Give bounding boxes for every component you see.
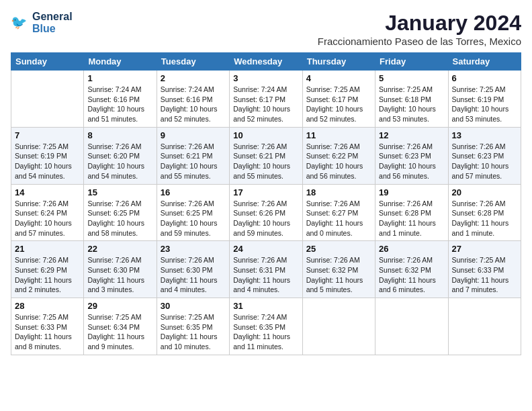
day-info: Sunrise: 7:25 AM Sunset: 6:17 PM Dayligh… [306, 85, 371, 124]
logo-icon: 🐦 [11, 13, 30, 32]
weekday-header-sunday: Sunday [11, 53, 84, 71]
day-info: Sunrise: 7:26 AM Sunset: 6:28 PM Dayligh… [452, 199, 517, 238]
day-number: 15 [87, 187, 152, 197]
calendar-cell: 10Sunrise: 7:26 AM Sunset: 6:21 PM Dayli… [230, 127, 302, 184]
weekday-header-tuesday: Tuesday [157, 53, 229, 71]
calendar-cell: 8Sunrise: 7:26 AM Sunset: 6:20 PM Daylig… [84, 127, 157, 184]
calendar-cell: 17Sunrise: 7:26 AM Sunset: 6:26 PM Dayli… [230, 184, 302, 241]
calendar-cell: 25Sunrise: 7:26 AM Sunset: 6:32 PM Dayli… [302, 241, 375, 298]
day-info: Sunrise: 7:25 AM Sunset: 6:34 PM Dayligh… [87, 312, 152, 352]
calendar-cell: 22Sunrise: 7:26 AM Sunset: 6:30 PM Dayli… [84, 241, 157, 298]
calendar-week-row: 28Sunrise: 7:25 AM Sunset: 6:33 PM Dayli… [11, 298, 521, 355]
weekday-header-thursday: Thursday [302, 53, 375, 71]
weekday-header-monday: Monday [84, 53, 157, 71]
day-number: 19 [379, 187, 444, 197]
calendar-cell: 5Sunrise: 7:25 AM Sunset: 6:18 PM Daylig… [375, 71, 448, 128]
day-number: 20 [452, 187, 517, 197]
day-number: 26 [379, 244, 444, 254]
day-info: Sunrise: 7:26 AM Sunset: 6:23 PM Dayligh… [379, 142, 444, 181]
calendar-cell: 28Sunrise: 7:25 AM Sunset: 6:33 PM Dayli… [11, 298, 84, 355]
day-info: Sunrise: 7:26 AM Sunset: 6:23 PM Dayligh… [452, 142, 517, 181]
weekday-header-friday: Friday [375, 53, 448, 71]
day-number: 18 [306, 187, 371, 197]
day-info: Sunrise: 7:24 AM Sunset: 6:16 PM Dayligh… [87, 85, 152, 124]
day-number: 12 [379, 130, 444, 140]
day-info: Sunrise: 7:25 AM Sunset: 6:19 PM Dayligh… [452, 85, 517, 124]
calendar-cell [11, 71, 84, 128]
day-info: Sunrise: 7:26 AM Sunset: 6:30 PM Dayligh… [161, 255, 226, 295]
day-number: 23 [161, 244, 226, 254]
day-number: 10 [233, 130, 298, 140]
calendar-cell: 30Sunrise: 7:25 AM Sunset: 6:35 PM Dayli… [157, 298, 229, 355]
calendar-cell: 26Sunrise: 7:26 AM Sunset: 6:32 PM Dayli… [375, 241, 448, 298]
day-number: 24 [233, 244, 298, 254]
day-number: 3 [233, 73, 298, 83]
day-info: Sunrise: 7:25 AM Sunset: 6:33 PM Dayligh… [452, 255, 517, 295]
day-number: 8 [87, 130, 152, 140]
day-info: Sunrise: 7:26 AM Sunset: 6:32 PM Dayligh… [379, 255, 444, 295]
day-number: 9 [161, 130, 226, 140]
calendar-table: SundayMondayTuesdayWednesdayThursdayFrid… [11, 52, 521, 355]
calendar-cell: 21Sunrise: 7:26 AM Sunset: 6:29 PM Dayli… [11, 241, 84, 298]
calendar-cell: 4Sunrise: 7:25 AM Sunset: 6:17 PM Daylig… [302, 71, 375, 128]
calendar-cell: 18Sunrise: 7:26 AM Sunset: 6:27 PM Dayli… [302, 184, 375, 241]
day-number: 6 [452, 73, 517, 83]
day-info: Sunrise: 7:26 AM Sunset: 6:22 PM Dayligh… [306, 142, 371, 181]
day-number: 17 [233, 187, 298, 197]
day-number: 28 [15, 301, 80, 311]
calendar-cell [448, 298, 521, 355]
day-info: Sunrise: 7:26 AM Sunset: 6:25 PM Dayligh… [87, 199, 152, 238]
page-header: 🐦 General Blue January 2024 Fraccionamie… [11, 11, 521, 47]
location-subtitle: Fraccionamiento Paseo de las Torres, Mex… [318, 36, 521, 47]
day-number: 1 [87, 73, 152, 83]
day-number: 13 [452, 130, 517, 140]
calendar-cell: 3Sunrise: 7:24 AM Sunset: 6:17 PM Daylig… [230, 71, 302, 128]
calendar-cell: 24Sunrise: 7:26 AM Sunset: 6:31 PM Dayli… [230, 241, 302, 298]
svg-text:🐦: 🐦 [11, 13, 28, 30]
logo-text: General Blue [32, 11, 73, 34]
logo: 🐦 General Blue [11, 11, 73, 34]
day-info: Sunrise: 7:26 AM Sunset: 6:27 PM Dayligh… [306, 199, 371, 238]
day-info: Sunrise: 7:25 AM Sunset: 6:19 PM Dayligh… [15, 142, 80, 181]
day-number: 5 [379, 73, 444, 83]
title-area: January 2024 Fraccionamiento Paseo de la… [318, 11, 521, 47]
calendar-cell: 11Sunrise: 7:26 AM Sunset: 6:22 PM Dayli… [302, 127, 375, 184]
day-number: 11 [306, 130, 371, 140]
calendar-cell: 15Sunrise: 7:26 AM Sunset: 6:25 PM Dayli… [84, 184, 157, 241]
day-number: 4 [306, 73, 371, 83]
calendar-cell [302, 298, 375, 355]
calendar-week-row: 21Sunrise: 7:26 AM Sunset: 6:29 PM Dayli… [11, 241, 521, 298]
calendar-cell: 13Sunrise: 7:26 AM Sunset: 6:23 PM Dayli… [448, 127, 521, 184]
day-info: Sunrise: 7:26 AM Sunset: 6:29 PM Dayligh… [15, 255, 80, 295]
day-number: 25 [306, 244, 371, 254]
calendar-cell: 7Sunrise: 7:25 AM Sunset: 6:19 PM Daylig… [11, 127, 84, 184]
calendar-cell: 1Sunrise: 7:24 AM Sunset: 6:16 PM Daylig… [84, 71, 157, 128]
day-info: Sunrise: 7:26 AM Sunset: 6:21 PM Dayligh… [161, 142, 226, 181]
day-info: Sunrise: 7:26 AM Sunset: 6:20 PM Dayligh… [87, 142, 152, 181]
weekday-header-row: SundayMondayTuesdayWednesdayThursdayFrid… [11, 53, 521, 71]
day-info: Sunrise: 7:26 AM Sunset: 6:30 PM Dayligh… [87, 255, 152, 295]
calendar-week-row: 7Sunrise: 7:25 AM Sunset: 6:19 PM Daylig… [11, 127, 521, 184]
day-number: 31 [233, 301, 298, 311]
calendar-cell: 9Sunrise: 7:26 AM Sunset: 6:21 PM Daylig… [157, 127, 229, 184]
calendar-cell: 31Sunrise: 7:24 AM Sunset: 6:35 PM Dayli… [230, 298, 302, 355]
weekday-header-wednesday: Wednesday [230, 53, 302, 71]
calendar-cell: 16Sunrise: 7:26 AM Sunset: 6:25 PM Dayli… [157, 184, 229, 241]
calendar-cell: 12Sunrise: 7:26 AM Sunset: 6:23 PM Dayli… [375, 127, 448, 184]
day-info: Sunrise: 7:25 AM Sunset: 6:35 PM Dayligh… [161, 312, 226, 352]
calendar-cell: 2Sunrise: 7:24 AM Sunset: 6:16 PM Daylig… [157, 71, 229, 128]
day-info: Sunrise: 7:26 AM Sunset: 6:32 PM Dayligh… [306, 255, 371, 295]
day-number: 16 [161, 187, 226, 197]
day-info: Sunrise: 7:25 AM Sunset: 6:18 PM Dayligh… [379, 85, 444, 124]
calendar-week-row: 1Sunrise: 7:24 AM Sunset: 6:16 PM Daylig… [11, 71, 521, 128]
day-info: Sunrise: 7:24 AM Sunset: 6:35 PM Dayligh… [233, 312, 298, 352]
day-info: Sunrise: 7:26 AM Sunset: 6:21 PM Dayligh… [233, 142, 298, 181]
weekday-header-saturday: Saturday [448, 53, 521, 71]
day-info: Sunrise: 7:26 AM Sunset: 6:26 PM Dayligh… [233, 199, 298, 238]
day-info: Sunrise: 7:25 AM Sunset: 6:33 PM Dayligh… [15, 312, 80, 352]
day-number: 22 [87, 244, 152, 254]
day-number: 29 [87, 301, 152, 311]
day-info: Sunrise: 7:26 AM Sunset: 6:24 PM Dayligh… [15, 199, 80, 238]
calendar-cell: 23Sunrise: 7:26 AM Sunset: 6:30 PM Dayli… [157, 241, 229, 298]
day-number: 14 [15, 187, 80, 197]
